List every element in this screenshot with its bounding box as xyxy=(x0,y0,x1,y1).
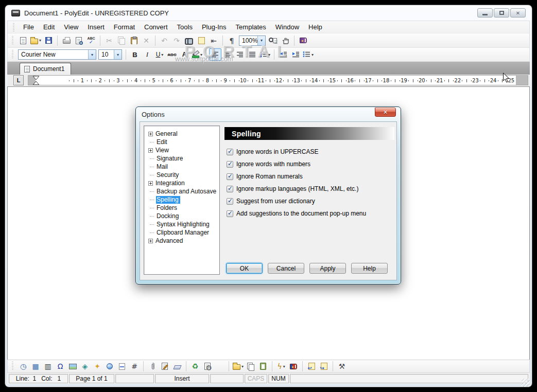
font-color-icon[interactable]: A xyxy=(178,48,190,61)
tree-item-view[interactable]: View xyxy=(147,146,219,154)
align-right-icon[interactable] xyxy=(234,48,246,61)
font-name-combo[interactable]: Courier New▾ xyxy=(18,49,96,60)
menu-view[interactable]: View xyxy=(59,22,83,32)
tree-item-spelling[interactable]: Spelling xyxy=(147,195,219,204)
menu-edit[interactable]: Edit xyxy=(39,22,59,32)
export-file-icon[interactable]: ↪ xyxy=(318,360,330,372)
goto-icon[interactable]: ⇤ xyxy=(207,34,220,47)
tree-item-clipboard-manager[interactable]: Clipboard Manager xyxy=(147,228,219,237)
horizontal-ruler[interactable]: 1234567891011121314151617181920212223242… xyxy=(28,75,528,85)
font-size-combo[interactable]: 10▾ xyxy=(98,49,122,60)
tools-hammer-icon[interactable]: ⚒ xyxy=(336,360,348,372)
expand-plus-icon[interactable] xyxy=(148,132,153,136)
page-break-icon[interactable] xyxy=(116,360,128,372)
chevron-down-icon[interactable]: ▾ xyxy=(88,50,96,59)
tree-item-security[interactable]: Security xyxy=(147,171,219,179)
underline-icon[interactable]: U▾ xyxy=(153,48,166,61)
find-files-icon[interactable] xyxy=(195,34,207,47)
import-file-icon[interactable]: ↩ xyxy=(305,360,318,372)
clipboard-manager-icon[interactable] xyxy=(257,360,269,372)
help-button[interactable]: Help xyxy=(351,263,388,274)
bold-icon[interactable]: B xyxy=(129,48,141,61)
close-button-icon[interactable]: ✕ xyxy=(510,8,526,17)
hand-tool-icon[interactable] xyxy=(279,34,291,47)
menu-tools[interactable]: Tools xyxy=(172,22,197,32)
redo-icon[interactable]: ↷ xyxy=(170,34,183,47)
apply-button[interactable]: Apply xyxy=(309,263,346,274)
menu-insert[interactable]: Insert xyxy=(83,22,109,32)
menu-templates[interactable]: Templates xyxy=(231,22,271,32)
highlight-icon[interactable]: ▾ xyxy=(190,48,203,61)
italic-icon[interactable]: I xyxy=(141,48,153,61)
tree-item-syntax-highlighting[interactable]: Syntax Highlighting xyxy=(147,220,219,228)
menu-format[interactable]: Format xyxy=(109,22,140,32)
ok-button[interactable]: OK xyxy=(226,263,263,274)
chevron-down-icon[interactable]: ▾ xyxy=(241,364,244,369)
tree-item-folders[interactable]: Folders xyxy=(147,204,219,212)
title-bar[interactable]: Document1 - PolyEdit - UNREGISTERED COPY… xyxy=(5,5,532,21)
refresh-icon[interactable] xyxy=(214,360,226,372)
line-spacing-icon[interactable]: ▾ xyxy=(258,48,271,61)
cancel-button[interactable]: Cancel xyxy=(268,263,304,274)
page-number-icon[interactable]: # xyxy=(128,360,141,372)
tree-item-edit[interactable]: Edit xyxy=(147,138,219,146)
menu-window[interactable]: Window xyxy=(271,22,304,32)
menu-plugins[interactable]: Plug-Ins xyxy=(197,22,231,32)
edit-document-icon[interactable] xyxy=(159,360,171,372)
chevron-down-icon[interactable]: ▾ xyxy=(39,38,41,43)
new-object-icon[interactable]: ✦ xyxy=(91,360,103,372)
tree-item-mail[interactable]: Mail xyxy=(147,163,219,171)
strikethrough-icon[interactable]: ABC xyxy=(166,48,178,61)
open-folder-icon[interactable]: ▾ xyxy=(232,360,245,372)
recycle-bin-icon[interactable]: ♻ xyxy=(189,360,201,372)
zoom-tool-icon[interactable] xyxy=(267,34,279,47)
minimize-button-icon[interactable] xyxy=(477,8,493,17)
paste-icon[interactable] xyxy=(128,34,140,47)
help-book-icon[interactable] xyxy=(297,34,309,47)
insert-object-icon[interactable]: ◈ xyxy=(79,360,91,372)
chevron-down-icon[interactable]: ▾ xyxy=(311,52,314,57)
undo-icon[interactable]: ↶ xyxy=(158,34,170,47)
chevron-down-icon[interactable]: ▾ xyxy=(268,52,270,57)
chevron-down-icon[interactable]: ▾ xyxy=(161,52,163,57)
copy-icon[interactable] xyxy=(115,34,128,47)
tree-item-backup-and-autosave[interactable]: Backup and Autosave xyxy=(147,187,219,195)
cut-icon[interactable]: ✂ xyxy=(103,34,115,47)
open-file-icon[interactable]: ▾ xyxy=(29,34,42,47)
document-tab[interactable]: Document1 xyxy=(20,63,71,75)
chevron-down-icon[interactable]: ▾ xyxy=(114,50,122,59)
tree-item-advanced[interactable]: Advanced xyxy=(147,237,219,245)
decrease-indent-icon[interactable] xyxy=(277,48,289,61)
insert-columns-icon[interactable]: ▥ xyxy=(42,360,54,372)
checkbox-icon[interactable]: ✓ xyxy=(227,210,233,217)
dialog-close-icon[interactable]: ✕ xyxy=(375,108,396,117)
increase-indent-icon[interactable] xyxy=(289,48,302,61)
tree-item-docking[interactable]: Docking xyxy=(147,212,219,220)
formatting-marks-icon[interactable]: ¶ xyxy=(226,34,238,47)
new-document-icon[interactable] xyxy=(17,34,29,47)
restore-button-icon[interactable] xyxy=(494,8,509,17)
align-justify-icon[interactable] xyxy=(246,48,258,61)
menu-file[interactable]: File xyxy=(19,22,39,32)
tree-item-integration[interactable]: Integration xyxy=(147,179,219,187)
copy-page-icon[interactable] xyxy=(245,360,257,372)
dictionary-icon[interactable] xyxy=(287,360,300,372)
tree-item-signature[interactable]: Signature xyxy=(147,154,219,163)
delete-icon[interactable]: ✕ xyxy=(140,34,152,47)
menu-convert[interactable]: Convert xyxy=(140,22,172,32)
checkbox-icon[interactable]: ✓ xyxy=(227,186,233,192)
expand-plus-icon[interactable] xyxy=(148,148,153,153)
chevron-down-icon[interactable]: ▾ xyxy=(200,52,202,57)
tree-item-general[interactable]: General xyxy=(147,130,219,138)
properties-icon[interactable]: ⚙ xyxy=(201,360,214,372)
indent-markers[interactable] xyxy=(32,76,40,85)
print-preview-icon[interactable] xyxy=(73,34,85,47)
expand-plus-icon[interactable] xyxy=(148,239,153,243)
align-left-icon[interactable] xyxy=(209,48,221,61)
menu-help[interactable]: Help xyxy=(304,22,327,32)
checkbox-icon[interactable]: ✓ xyxy=(227,149,233,155)
insert-datetime-icon[interactable]: ◷ xyxy=(17,360,29,372)
bullets-icon[interactable]: ▾ xyxy=(302,48,315,61)
insert-table-icon[interactable]: ▦ xyxy=(29,360,42,372)
resize-grip[interactable] xyxy=(522,379,530,387)
